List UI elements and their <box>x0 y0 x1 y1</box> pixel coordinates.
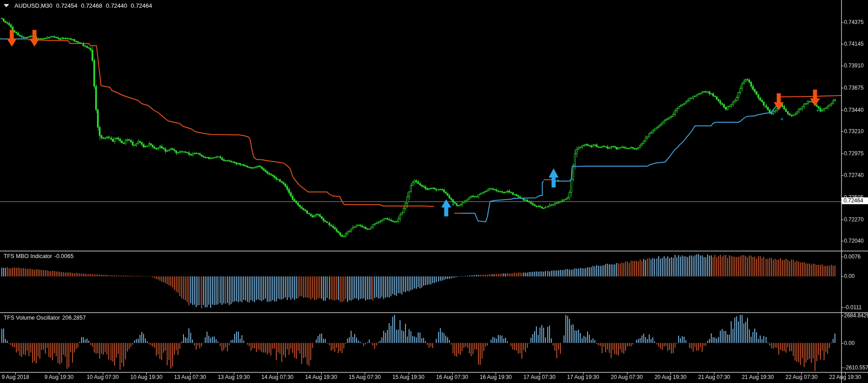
price-tick-label: 0.74145 <box>844 41 863 47</box>
mbo-indicator-title: TFS MBO Indicator-0.0065 <box>4 253 73 259</box>
mbo-indicator-value: -0.0065 <box>54 253 73 259</box>
time-tick-label: 13 Aug 19:30 <box>218 374 250 380</box>
quote-high: 0.72468 <box>81 2 102 9</box>
price-tick-label: 0.73910 <box>844 62 863 69</box>
price-tick-label: 0.72740 <box>844 172 863 178</box>
price-tick-label: 0.73675 <box>844 85 863 91</box>
indicator-tick-label: 0.00 <box>844 340 854 346</box>
time-tick-label: 22 Aug 07:30 <box>786 374 818 380</box>
price-tick-label: 0.73210 <box>844 128 863 134</box>
volume-oscillator-name: TFS Volume Oscillator <box>4 315 60 321</box>
indicator-tick-label: -2610.557 <box>844 364 868 371</box>
quote-open: 0.72454 <box>56 2 77 9</box>
time-tick-label: 14 Aug 19:30 <box>305 374 337 380</box>
price-tick-label: 0.73440 <box>844 107 863 113</box>
indicator-tick-label: 0.00 <box>844 273 854 279</box>
time-tick-label: 9 Aug 19:30 <box>44 374 73 380</box>
quote-low: 0.72440 <box>106 2 127 9</box>
time-tick-label: 9 Aug 2018 <box>2 374 29 380</box>
price-tick-label: 0.72270 <box>844 216 863 223</box>
time-tick-label: 15 Aug 19:30 <box>392 374 424 380</box>
time-tick-label: 17 Aug 19:30 <box>567 374 599 380</box>
chart-header: AUDUSD,M30 0.72454 0.72468 0.72440 0.724… <box>4 2 152 9</box>
volume-oscillator-value: 206.2857 <box>62 315 86 321</box>
chart-canvas[interactable] <box>0 0 868 383</box>
time-tick-label: 10 Aug 07:30 <box>87 374 119 380</box>
mbo-indicator-name: TFS MBO Indicator <box>4 253 52 259</box>
mt4-chart-window: AUDUSD,M30 0.72454 0.72468 0.72440 0.724… <box>0 0 868 383</box>
symbol-label: AUDUSD,M30 <box>14 2 53 9</box>
time-tick-label: 22 Aug 19:30 <box>829 374 861 380</box>
indicator-tick-label: 0.0076 <box>844 254 861 260</box>
time-tick-label: 20 Aug 07:30 <box>611 374 643 380</box>
indicator-tick-label: 2684.8429 <box>844 312 868 319</box>
quote-close: 0.72464 <box>131 2 152 9</box>
time-tick-label: 13 Aug 07:30 <box>174 374 206 380</box>
price-tick-label: 0.72040 <box>844 238 863 244</box>
time-tick-label: 10 Aug 19:30 <box>130 374 163 380</box>
current-price-tag: 0.72464 <box>842 197 868 204</box>
time-tick-label: 21 Aug 07:30 <box>698 374 730 380</box>
time-tick-label: 17 Aug 07:30 <box>523 374 555 380</box>
time-tick-label: 16 Aug 19:30 <box>480 374 512 380</box>
symbol-dropdown-icon[interactable] <box>4 4 9 7</box>
indicator-tick-label: -0.0111 <box>844 304 862 311</box>
volume-oscillator-title: TFS Volume Oscillator206.2857 <box>4 315 86 321</box>
time-tick-label: 15 Aug 07:30 <box>349 374 381 380</box>
time-tick-label: 14 Aug 07:30 <box>261 374 294 380</box>
time-tick-label: 20 Aug 19:30 <box>655 374 687 380</box>
price-tick-label: 0.72975 <box>844 150 863 157</box>
price-tick-label: 0.74375 <box>844 19 863 25</box>
time-tick-label: 16 Aug 07:30 <box>436 374 468 380</box>
time-tick-label: 21 Aug 19:30 <box>742 374 774 380</box>
